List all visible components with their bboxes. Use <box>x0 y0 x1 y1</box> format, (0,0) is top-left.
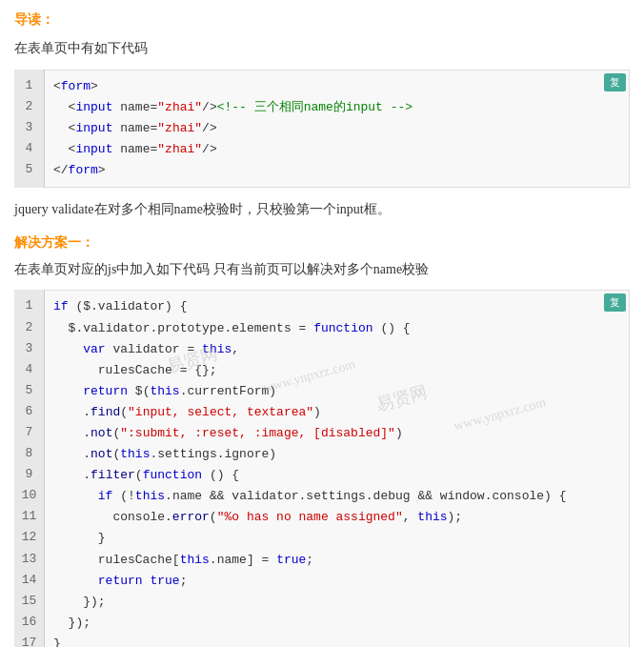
code-content-2: if ($.validator) { $.validator.prototype… <box>14 290 630 647</box>
solution1-label: 解决方案一： <box>14 233 630 253</box>
copy-button-2[interactable]: 复 <box>604 293 626 312</box>
desc1: jquery validate在对多个相同name校验时，只校验第一个input… <box>14 199 630 220</box>
code-block-1: 1 2 3 4 5 复 <form> <input name="zhai"/><… <box>14 70 630 188</box>
line-numbers-2: 1 2 3 4 5 6 7 8 9 10 11 12 13 14 15 16 1… <box>14 290 45 647</box>
guide-label: 导读： <box>14 10 630 30</box>
intro-text: 在表单页中有如下代码 <box>14 38 630 59</box>
code-block-2: 1 2 3 4 5 6 7 8 9 10 11 12 13 14 15 16 1… <box>14 290 630 647</box>
line-numbers-1: 1 2 3 4 5 <box>14 70 45 188</box>
code-content-1: <form> <input name="zhai"/><!-- 三个相同name… <box>14 70 630 188</box>
copy-button-1[interactable]: 复 <box>604 73 626 91</box>
solution1-text: 在表单页对应的js中加入如下代码 只有当前页可以解决对多个name校验 <box>14 259 630 280</box>
